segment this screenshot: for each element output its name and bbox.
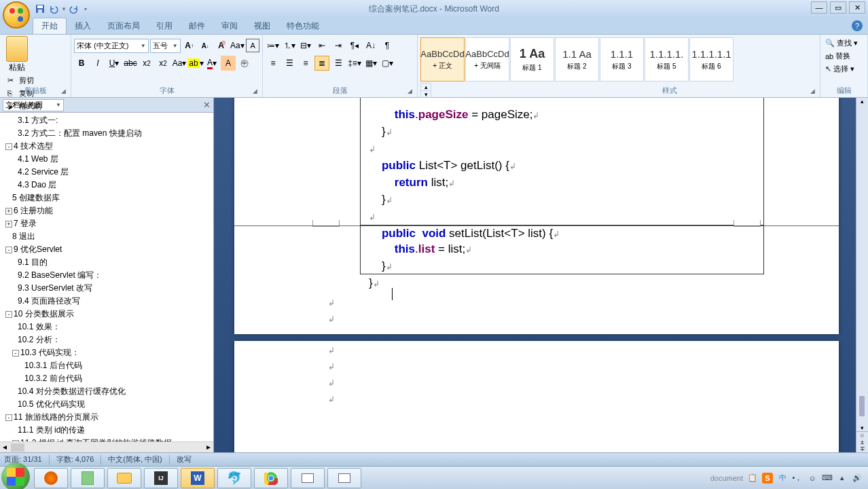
undo-icon[interactable] xyxy=(48,3,60,15)
font-name-combo[interactable]: 宋体 (中文正文)▼ xyxy=(74,39,149,53)
tab-insert[interactable]: 插入 xyxy=(67,18,99,34)
line-spacing-icon[interactable]: ‡≡▾ xyxy=(347,56,362,71)
status-words[interactable]: 字数: 4,076 xyxy=(56,454,94,465)
tree-expander[interactable]: - xyxy=(5,311,12,318)
italic-icon[interactable]: I xyxy=(90,56,105,71)
justify-icon[interactable]: ≣ xyxy=(314,56,329,71)
tree-item[interactable]: 9.2 BaseServlet 编写： xyxy=(0,269,213,282)
status-mode[interactable]: 改写 xyxy=(177,454,192,465)
start-button[interactable] xyxy=(1,463,30,490)
expand-tray-icon[interactable]: ▴ xyxy=(837,473,848,484)
office-button[interactable] xyxy=(3,1,30,29)
tree-item[interactable]: -9 优化Servlet xyxy=(0,243,213,256)
tree-item[interactable]: 5 创建数据库 xyxy=(0,192,213,204)
char-shading-icon[interactable]: A xyxy=(221,56,236,71)
para-dialog-launcher[interactable]: ◢ xyxy=(408,88,416,96)
outline-tree[interactable]: 3.1 方式一:3.2 方式二：配置 maven 快捷启动-4 技术选型4.1 … xyxy=(0,113,213,441)
style-item[interactable]: AaBbCcDd+ 无间隔 xyxy=(465,37,509,82)
superscript-icon[interactable]: x2 xyxy=(156,56,170,71)
ltr-icon[interactable]: ¶◂ xyxy=(347,38,362,53)
char-border-icon[interactable]: A xyxy=(246,39,259,52)
tree-item[interactable]: 11.1 类别 id的传递 xyxy=(0,424,213,437)
tree-item[interactable]: 3.1 方式一: xyxy=(0,114,213,127)
tree-expander[interactable]: - xyxy=(5,414,12,421)
vertical-scrollbar[interactable]: ▴ ▾ ○ ± ∓ xyxy=(856,98,868,452)
tab-references[interactable]: 引用 xyxy=(148,18,181,34)
tab-home[interactable]: 开始 xyxy=(33,18,67,34)
tree-expander[interactable]: + xyxy=(5,208,12,215)
tab-mail[interactable]: 邮件 xyxy=(181,18,213,34)
indent-dec-icon[interactable]: ⇤ xyxy=(314,38,329,53)
lang-icon[interactable]: 中 xyxy=(777,473,788,484)
task-app[interactable] xyxy=(71,468,105,488)
tree-item[interactable]: 10.3.2 前台代码 xyxy=(0,372,213,385)
task-app[interactable]: IJ xyxy=(144,468,178,488)
change-case-icon[interactable]: Aa▾ xyxy=(230,38,245,53)
multilevel-icon[interactable]: ⊟▾ xyxy=(298,38,313,53)
subscript-icon[interactable]: x2 xyxy=(139,56,154,71)
tree-item[interactable]: +6 注册功能 xyxy=(0,204,213,217)
close-button[interactable]: ✕ xyxy=(849,1,865,14)
tab-view[interactable]: 视图 xyxy=(246,18,278,34)
task-chrome[interactable] xyxy=(254,468,288,488)
distribute-icon[interactable]: ☰ xyxy=(331,56,346,71)
task-app[interactable]: 🐬 xyxy=(217,468,251,488)
bold-icon[interactable]: B xyxy=(74,56,89,71)
highlight-icon[interactable]: ab▾ xyxy=(188,56,203,71)
tree-expander[interactable]: + xyxy=(5,221,12,228)
help-icon[interactable]: ? xyxy=(852,20,863,31)
shrink-font-icon[interactable]: A↓ xyxy=(198,38,213,53)
replace-button[interactable]: ab替换 xyxy=(823,50,865,62)
tree-item[interactable]: 10.3.1 后台代码 xyxy=(0,359,213,372)
tree-item[interactable]: 4.1 Web 层 xyxy=(0,153,213,166)
tab-layout[interactable]: 页面布局 xyxy=(99,18,148,34)
align-right-icon[interactable]: ≡ xyxy=(298,56,313,71)
navpane-hscroll[interactable]: ◂▸ xyxy=(0,441,213,452)
tree-item[interactable]: -10.3 代码实现： xyxy=(0,346,213,359)
task-word[interactable]: W xyxy=(181,468,215,488)
punct-icon[interactable]: •， xyxy=(792,473,803,484)
status-lang[interactable]: 中文(简体, 中国) xyxy=(108,454,162,465)
font-dialog-launcher[interactable]: ◢ xyxy=(253,88,261,96)
font-color-icon[interactable]: A▾ xyxy=(204,56,219,71)
clipboard-dialog-launcher[interactable]: ◢ xyxy=(61,88,69,96)
style-item[interactable]: 1.1 Aa标题 2 xyxy=(555,37,599,82)
document-viewport[interactable]: this.pageSize = pageSize;↲ }↲ ↲ public L… xyxy=(214,98,856,452)
style-item[interactable]: 1.1.1.1.标题 5 xyxy=(645,37,689,82)
minimize-button[interactable]: — xyxy=(811,1,827,14)
tab-review[interactable]: 审阅 xyxy=(213,18,246,34)
strike-icon[interactable]: abc xyxy=(123,56,138,71)
save-icon[interactable] xyxy=(34,3,46,15)
keyboard-icon[interactable]: ⌨ xyxy=(822,473,833,484)
sort-icon[interactable]: A↓ xyxy=(363,38,378,53)
select-button[interactable]: ↖选择▾ xyxy=(823,63,865,75)
tree-item[interactable]: 10.5 优化代码实现 xyxy=(0,398,213,411)
sogou-icon[interactable]: S xyxy=(762,473,773,484)
style-item[interactable]: 1 Aa标题 1 xyxy=(510,37,554,82)
task-app[interactable] xyxy=(34,468,68,488)
numbering-icon[interactable]: ⒈▾ xyxy=(282,38,297,53)
tree-expander[interactable]: - xyxy=(12,350,19,357)
align-center-icon[interactable]: ☰ xyxy=(282,56,297,71)
find-button[interactable]: 🔍查找▾ xyxy=(823,37,865,49)
tree-item[interactable]: 9.3 UserServlet 改写 xyxy=(0,282,213,295)
tree-item[interactable]: 8 退出 xyxy=(0,230,213,243)
clear-format-icon[interactable]: A⊘ xyxy=(214,38,229,53)
tree-item[interactable]: 9.4 页面路径改写 xyxy=(0,295,213,308)
cut-button[interactable]: ✂剪切 xyxy=(5,75,68,86)
tree-item[interactable]: 10.1 效果： xyxy=(0,321,213,333)
paste-button[interactable]: 粘贴 xyxy=(3,36,31,73)
style-item[interactable]: AaBbCcDd+ 正文 xyxy=(420,37,465,82)
tree-item[interactable]: -10 分类数据展示 xyxy=(0,308,213,321)
task-app[interactable] xyxy=(291,468,325,488)
tree-item[interactable]: -4 技术选型 xyxy=(0,140,213,153)
align-left-icon[interactable]: ≡ xyxy=(266,56,281,71)
borders-icon[interactable]: ▢▾ xyxy=(380,56,395,71)
tree-item[interactable]: -11.2 根据 id 查询不同类别的旅游线路数据 xyxy=(0,437,213,441)
volume-icon[interactable]: 🔊 xyxy=(852,473,863,484)
redo-icon[interactable] xyxy=(68,3,80,15)
emoji-icon[interactable]: ☺ xyxy=(807,473,818,484)
shading-icon[interactable]: ▦▾ xyxy=(363,56,378,71)
navpane-close-icon[interactable]: ✕ xyxy=(203,100,211,110)
style-item[interactable]: 1.1.1.1.1标题 6 xyxy=(689,37,734,82)
